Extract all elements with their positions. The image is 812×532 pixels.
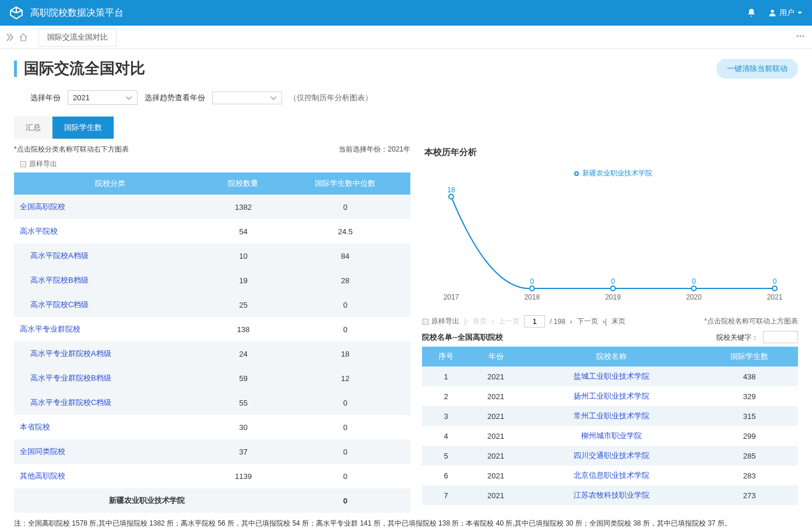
export-right-button[interactable]: 原样导出 [422,316,459,326]
row-school-name[interactable]: 四川交通职业技术学院 [522,446,701,466]
school-list-table: 序号 年份 院校名称 国际学生数 12021盐城工业职业技术学院43822021… [422,347,798,505]
svg-text:0: 0 [611,277,615,286]
row-school-name[interactable]: 北京信息职业技术学院 [522,466,701,485]
cat-h2: 院校数量 [206,172,280,195]
svg-point-5 [449,195,454,199]
svg-text:0: 0 [773,277,777,286]
user-label: 用户 [779,8,795,18]
pager-page-input[interactable] [524,315,545,327]
category-name[interactable]: 高水平院校A档级 [14,244,206,268]
row-school-name[interactable]: 柳州城市职业学院 [522,426,701,446]
row-idx: 6 [422,466,470,485]
svg-text:2020: 2020 [686,293,702,301]
list-h3: 院校名称 [522,347,701,367]
row-year: 2021 [470,485,522,505]
row-school-name[interactable]: 常州工业职业技术学院 [522,406,701,426]
trend-hint: （仅控制历年分析图表） [289,93,372,103]
pager-first[interactable]: 首页 [473,316,487,326]
category-median: 12 [280,366,410,390]
year-select[interactable]: 2021 [68,90,138,105]
list-row: 12021盐城工业职业技术学院438 [422,367,798,386]
more-icon[interactable] [793,29,807,45]
category-panel: *点击院校分类名称可联动右下方图表 当前选择年份：2021年 原样导出 院校分类… [14,145,410,513]
category-name[interactable]: 高水平专业群院校C档级 [14,390,206,415]
keyword-input[interactable] [763,331,798,343]
category-count: 138 [206,317,280,341]
category-median: 0 [280,390,410,415]
footer-median: 0 [280,488,410,513]
table-footer-row: 新疆农业职业技术学院0 [14,488,410,513]
trend-label: 选择趋势查看年份 [145,93,205,103]
category-median: 0 [280,464,410,488]
table-row: 高水平院校5424.5 [14,219,410,244]
pager-last[interactable]: 末页 [611,316,625,326]
category-name[interactable]: 高水平院校 [14,219,206,244]
row-year: 2021 [470,367,522,386]
list-hint: *点击院校名称可联动上方图表 [704,316,798,326]
expand-icon[interactable] [5,33,14,42]
category-name[interactable]: 高水平专业群院校 [14,317,206,341]
row-year: 2021 [470,446,522,466]
clear-linkage-button[interactable]: 一键清除当前联动 [716,59,798,79]
row-value: 299 [701,426,798,446]
category-name[interactable]: 高水平院校C档级 [14,293,206,317]
row-idx: 2 [422,386,470,406]
pager-prev[interactable]: 上一页 [498,316,519,326]
table-row: 高水平院校B档级1928 [14,268,410,293]
tab-summary[interactable]: 汇总 [14,117,52,139]
row-school-name[interactable]: 江苏农牧科技职业学院 [522,485,701,505]
list-row: 72021江苏农牧科技职业学院273 [422,485,798,505]
home-icon[interactable] [19,33,28,42]
category-count: 19 [206,268,280,293]
category-count: 10 [206,244,280,268]
svg-point-17 [772,286,777,291]
pager-next[interactable]: 下一页 [577,316,598,326]
trend-select[interactable] [212,91,282,104]
category-name[interactable]: 本省院校 [14,415,206,439]
svg-point-8 [530,286,535,291]
category-hint: *点击院校分类名称可联动右下方图表 [14,145,129,154]
list-row: 52021四川交通职业技术学院285 [422,446,798,466]
cat-h1: 院校分类 [14,172,206,195]
table-row: 高水平专业群院校A档级2418 [14,341,410,366]
row-idx: 5 [422,446,470,466]
category-count: 55 [206,390,280,415]
breadcrumb[interactable]: 国际交流全国对比 [38,28,117,47]
bell-icon[interactable] [747,8,756,17]
svg-text:18: 18 [447,186,455,194]
category-count: 1139 [206,464,280,488]
svg-text:2021: 2021 [767,293,783,301]
svg-text:2017: 2017 [444,293,459,301]
category-name[interactable]: 全国同类院校 [14,439,206,464]
svg-point-3 [803,36,804,37]
category-name[interactable]: 高水平专业群院校A档级 [14,341,206,366]
svg-point-0 [771,10,774,13]
export-left-button[interactable]: 原样导出 [20,159,410,169]
app-header: 高职院校数据决策平台 用户 [0,0,812,26]
row-year: 2021 [470,406,522,426]
category-name[interactable]: 全国高职院校 [14,195,206,219]
list-title: 院校名单--全国高职院校 [422,332,503,343]
category-name[interactable]: 其他高职院校 [14,464,206,488]
category-name[interactable]: 高水平专业群院校B档级 [14,366,206,390]
pager-total: / 198 [550,318,565,326]
user-menu[interactable]: 用户 [768,8,803,18]
current-year: 当前选择年份：2021年 [339,145,410,154]
row-year: 2021 [470,466,522,485]
list-row: 62021北京信息职业技术学院283 [422,466,798,485]
category-name[interactable]: 高水平院校B档级 [14,268,206,293]
list-row: 32021常州工业职业技术学院315 [422,406,798,426]
row-school-name[interactable]: 扬州工业职业技术学院 [522,386,701,406]
tab-intl-students[interactable]: 国际学生数 [52,117,114,139]
chevron-down-icon [125,94,132,101]
row-value: 283 [701,466,798,485]
category-median: 0 [280,439,410,464]
list-h1: 序号 [422,347,470,367]
category-median: 18 [280,341,410,366]
row-idx: 1 [422,367,470,386]
category-count: 30 [206,415,280,439]
pager-next-icon: › [570,318,572,326]
trend-chart: 新疆农业职业技术学院 18201702018020190202002021 [422,163,798,308]
row-school-name[interactable]: 盐城工业职业技术学院 [522,367,701,386]
table-row: 高水平专业群院校B档级5912 [14,366,410,390]
